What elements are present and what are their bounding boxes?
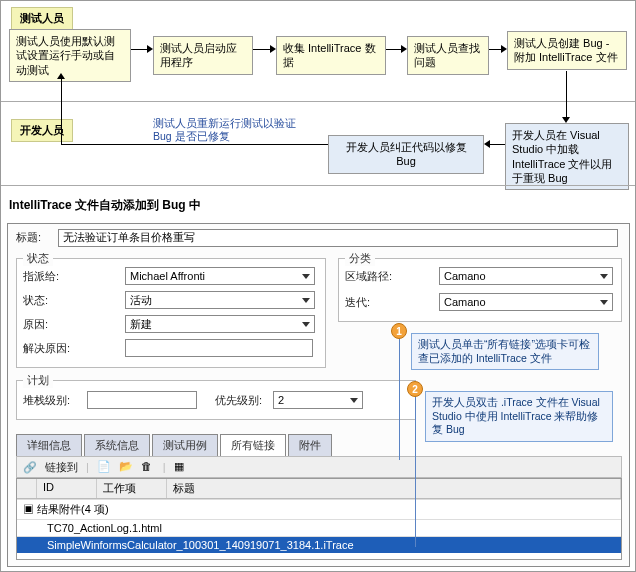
attach-group[interactable]: ▣ 结果附件(4 项) [17, 499, 621, 519]
flow-t3: 收集 IntelliTrace 数据 [276, 36, 386, 75]
flow-d2: 开发人员纠正代码以修复 Bug [328, 135, 484, 174]
group-class-title: 分类 [345, 251, 375, 266]
role-tester: 测试人员 [11, 7, 73, 30]
assigned-label: 指派给: [23, 269, 59, 284]
group-plan-title: 计划 [23, 373, 53, 388]
stack-input[interactable] [87, 391, 197, 409]
callout1-line [399, 332, 400, 460]
priority-label: 优先级别: [215, 393, 262, 408]
columns-icon[interactable]: ▦ [174, 460, 188, 474]
flow-t4: 测试人员查找问题 [407, 36, 489, 75]
reason-dropdown[interactable]: 新建 [125, 315, 315, 333]
open-icon[interactable]: 📂 [119, 460, 133, 474]
title-input[interactable]: 无法验证订单条目价格重写 [58, 229, 618, 247]
flow-t2: 测试人员启动应用程序 [153, 36, 253, 75]
status-label: 状态: [23, 293, 48, 308]
flow-t5: 测试人员创建 Bug - 附加 IntelliTrace 文件 [507, 31, 627, 70]
role-developer: 开发人员 [11, 119, 73, 142]
tab-testcase[interactable]: 测试用例 [152, 434, 218, 456]
tab-all-links[interactable]: 所有链接 [220, 434, 286, 456]
callout2: 开发人员双击 .iTrace 文件在 Visual Studio 中使用 Int… [425, 391, 613, 442]
delete-icon[interactable]: 🗑 [141, 460, 155, 474]
callout1: 测试人员单击“所有链接”选项卡可检查已添加的 IntelliTrace 文件 [411, 333, 599, 370]
reason-label: 原因: [23, 317, 48, 332]
group-state-title: 状态 [23, 251, 53, 266]
col-workitem[interactable]: 工作项 [97, 479, 167, 498]
file-row-2[interactable]: SimpleWinformsCalculator_100301_14091907… [17, 536, 621, 553]
resolve-reason-input[interactable] [125, 339, 313, 357]
links-toolbar: 🔗 链接到 | 📄 📂 🗑 | ▦ [16, 456, 622, 478]
priority-dropdown[interactable]: 2 [273, 391, 363, 409]
callout1-badge: 1 [391, 323, 407, 339]
iter-label: 迭代: [345, 295, 370, 310]
flow-note: 测试人员重新运行测试以验证 Bug 是否已修复 [153, 117, 303, 143]
linkto-icon: 🔗 [23, 461, 37, 474]
status-dropdown[interactable]: 活动 [125, 291, 315, 309]
file-row-1[interactable]: TC70_ActionLog.1.html [17, 519, 621, 536]
callout2-line [415, 389, 416, 547]
flow-t1: 测试人员使用默认测试设置运行手动或自动测试 [9, 29, 131, 82]
new-icon[interactable]: 📄 [97, 460, 111, 474]
links-table: ID 工作项 标题 ▣ 结果附件(4 项) TC70_ActionLog.1.h… [16, 478, 622, 560]
tab-attachments[interactable]: 附件 [288, 434, 332, 456]
stack-label: 堆栈级别: [23, 393, 70, 408]
callout2-badge: 2 [407, 381, 423, 397]
iter-dropdown[interactable]: Camano [439, 293, 613, 311]
tab-strip: 详细信息 系统信息 测试用例 所有链接 附件 [16, 434, 334, 456]
section-title: IntelliTrace 文件自动添加到 Bug 中 [9, 197, 201, 214]
title-label: 标题: [16, 230, 41, 245]
assigned-dropdown[interactable]: Michael Affronti [125, 267, 315, 285]
linkto-label: 链接到 [45, 460, 78, 475]
group-plan: 计划 堆栈级别: 优先级别: 2 [16, 380, 416, 420]
area-label: 区域路径: [345, 269, 392, 284]
area-dropdown[interactable]: Camano [439, 267, 613, 285]
tab-details[interactable]: 详细信息 [16, 434, 82, 456]
col-title[interactable]: 标题 [167, 479, 621, 498]
flow-d1: 开发人员在 Visual Studio 中加载 IntelliTrace 文件以… [505, 123, 629, 190]
group-class: 分类 区域路径: Camano 迭代: Camano [338, 258, 622, 322]
group-state: 状态 指派给: Michael Affronti 状态: 活动 原因: 新建 解… [16, 258, 326, 368]
tab-sysinfo[interactable]: 系统信息 [84, 434, 150, 456]
resolve-reason-label: 解决原因: [23, 341, 70, 356]
col-id[interactable]: ID [37, 479, 97, 498]
